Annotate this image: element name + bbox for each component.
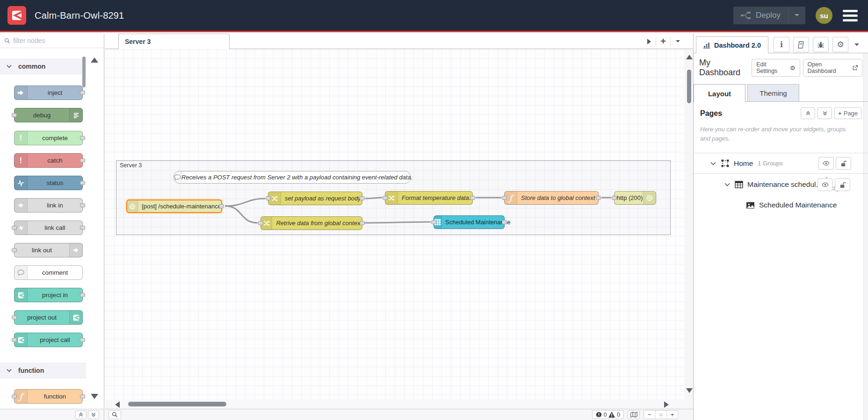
user-avatar[interactable]: su: [816, 7, 832, 24]
canvas-vertical-scrollbar[interactable]: [685, 49, 693, 399]
flow-node-store-global-context[interactable]: ƒ Store data to global context: [504, 191, 599, 205]
canvas-scroll-down-icon[interactable]: [686, 388, 693, 393]
deploy-options-caret[interactable]: [788, 7, 805, 24]
palette-category-function[interactable]: function: [0, 363, 86, 378]
node-port[interactable]: [470, 196, 475, 200]
tree-row-group-maintenance[interactable]: Maintenance schedul... 1 Widgets: [694, 174, 868, 195]
palette-node-project-in[interactable]: project in: [14, 288, 83, 302]
flow-node-http-in[interactable]: [post] /schedule-maintenance: [126, 199, 222, 213]
flow-node-http-response[interactable]: http (200): [614, 191, 656, 205]
tree-row-widget-scheduled-maintenance[interactable]: Scheduled Maintenance: [694, 195, 868, 215]
help-book-button[interactable]: [793, 37, 809, 52]
node-port[interactable]: [502, 196, 507, 200]
add-page-button[interactable]: +Page: [834, 107, 861, 119]
tree-row-page-home[interactable]: Home 1 Groups: [694, 153, 868, 174]
edit-settings-button[interactable]: Edit Settings⚙: [752, 59, 800, 77]
palette-category-common[interactable]: common: [0, 58, 86, 74]
node-port[interactable]: [80, 338, 85, 342]
node-port[interactable]: [612, 196, 617, 200]
palette-node-debug[interactable]: debug: [14, 108, 83, 122]
node-port[interactable]: [80, 91, 85, 95]
palette-node-link-out[interactable]: link out: [14, 243, 83, 257]
unlock-button[interactable]: [835, 178, 850, 191]
navigator-map-button[interactable]: [628, 410, 640, 419]
node-port[interactable]: [80, 181, 85, 185]
visibility-eye-button[interactable]: [817, 178, 833, 191]
add-flow-button[interactable]: +: [656, 34, 670, 49]
node-port[interactable]: [266, 196, 271, 200]
palette-scrollbar[interactable]: [82, 57, 86, 87]
node-port[interactable]: [360, 221, 365, 225]
palette-expand-all-button[interactable]: [88, 411, 99, 419]
node-port[interactable]: [12, 113, 17, 117]
node-port[interactable]: [360, 196, 365, 200]
settings-gear-button[interactable]: ⚙: [832, 37, 848, 52]
node-port[interactable]: [80, 226, 85, 230]
main-menu-button[interactable]: [843, 10, 858, 21]
tab-scroll-right-icon[interactable]: [642, 34, 656, 49]
zoom-out-button[interactable]: −: [644, 411, 655, 419]
flow-node-format-temperature[interactable]: Format temperature data.: [385, 191, 473, 205]
sidebar-tab-dashboard[interactable]: Dashboard 2.0: [696, 36, 768, 54]
canvas-hscroll-thumb[interactable]: [128, 402, 226, 406]
canvas-scroll-up-icon[interactable]: [686, 55, 693, 59]
canvas-scroll-left-icon[interactable]: [115, 401, 120, 408]
palette-node-link-in[interactable]: link in: [14, 198, 83, 213]
tab-layout[interactable]: Layout: [694, 84, 745, 102]
node-port[interactable]: [80, 136, 85, 140]
node-port[interactable]: [596, 196, 601, 200]
node-port[interactable]: [431, 220, 436, 224]
chevron-down-icon[interactable]: [710, 162, 716, 165]
expand-all-pages-button[interactable]: [817, 107, 832, 119]
deploy-button[interactable]: Deploy: [733, 7, 805, 24]
node-port[interactable]: [12, 394, 17, 399]
palette-node-project-call[interactable]: project call: [14, 333, 83, 347]
node-port[interactable]: [219, 204, 224, 208]
node-port[interactable]: [80, 158, 85, 163]
node-port[interactable]: [12, 315, 17, 320]
flow-node-retrieve-global-context[interactable]: Retrive data from global context: [260, 216, 362, 230]
node-port[interactable]: [12, 338, 17, 342]
flow-node-comment[interactable]: Receives a POST request from Server 2 wi…: [174, 171, 411, 184]
node-port[interactable]: [80, 394, 85, 399]
node-port[interactable]: [383, 196, 388, 200]
palette-filter-input[interactable]: filter nodes: [0, 34, 104, 48]
node-port[interactable]: [12, 248, 17, 252]
palette-scroll-up-icon[interactable]: [91, 57, 98, 63]
debug-bug-button[interactable]: [813, 37, 829, 52]
tab-theming[interactable]: Theming: [747, 84, 799, 102]
palette-node-project-out[interactable]: project out: [14, 310, 83, 325]
canvas-horizontal-scrollbar[interactable]: [105, 399, 693, 409]
palette-scroll-down-icon[interactable]: [91, 394, 98, 399]
flow-list-caret[interactable]: [671, 34, 685, 49]
node-port[interactable]: [502, 220, 507, 224]
visibility-eye-button[interactable]: [818, 157, 834, 170]
info-tab-button[interactable]: i: [774, 37, 789, 52]
search-flows-button[interactable]: [108, 410, 121, 419]
flow-node-dashboard-table[interactable]: Scheduled Maintenance: [434, 215, 505, 229]
palette-collapse-all-button[interactable]: [75, 411, 87, 419]
palette-node-catch[interactable]: ! catch: [14, 153, 83, 168]
node-port[interactable]: [258, 221, 263, 225]
flow-tab-server-3[interactable]: Server 3: [118, 34, 230, 49]
zoom-reset-button[interactable]: ○: [655, 411, 666, 419]
palette-node-complete[interactable]: ! complete: [14, 131, 83, 145]
palette-node-function[interactable]: ƒ function: [14, 389, 83, 404]
zoom-in-button[interactable]: +: [666, 411, 678, 419]
flow-node-set-payload[interactable]: set payload as request body: [268, 192, 362, 205]
node-port[interactable]: [80, 203, 85, 207]
chevron-down-icon[interactable]: [724, 183, 730, 186]
open-dashboard-button[interactable]: Open Dashboard: [803, 59, 862, 77]
node-port[interactable]: [80, 293, 85, 297]
canvas-vscroll-thumb[interactable]: [687, 70, 691, 103]
canvas-scroll-right-icon[interactable]: [664, 401, 669, 408]
flow-canvas[interactable]: Server 3 Receives a POST request from Se…: [105, 49, 693, 399]
palette-node-comment[interactable]: comment: [14, 265, 83, 280]
palette-node-status[interactable]: status: [14, 176, 83, 190]
sidebar-options-caret[interactable]: [854, 43, 860, 47]
unlock-button[interactable]: [836, 157, 851, 170]
node-port[interactable]: [12, 226, 17, 230]
flow-status-counts[interactable]: 0 0: [592, 410, 624, 419]
palette-node-inject[interactable]: inject: [14, 85, 83, 100]
collapse-all-pages-button[interactable]: [801, 107, 815, 119]
